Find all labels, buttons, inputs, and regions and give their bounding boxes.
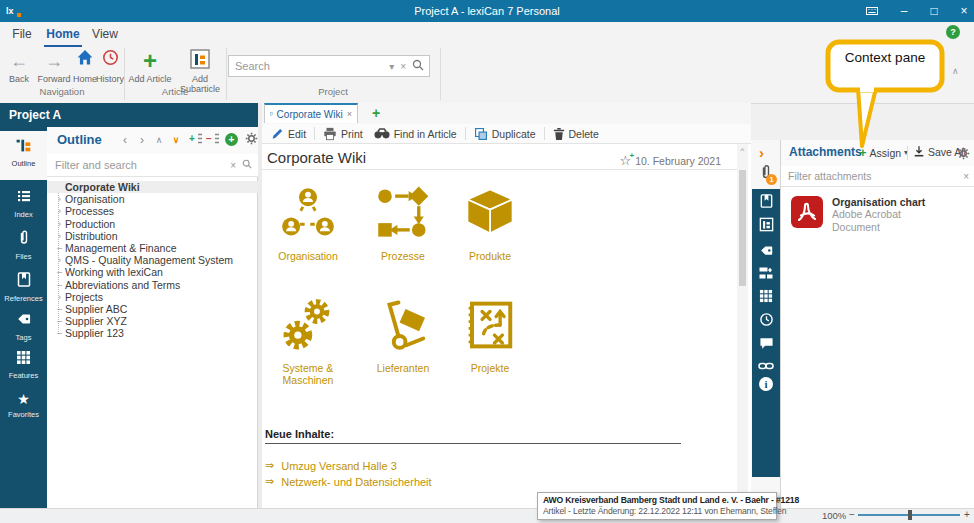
tree-item[interactable]: ›QMS - Quality Management System	[47, 254, 258, 266]
tree-item[interactable]: –Supplier XYZ	[47, 315, 258, 327]
document-tab[interactable]: Corporate Wiki ×	[264, 103, 358, 123]
tree-item[interactable]: –Management & Finance	[47, 242, 258, 254]
document-tabbar: Corporate Wiki × +	[262, 103, 751, 125]
svg-text:−: −	[206, 133, 212, 144]
tab-view[interactable]: View	[88, 24, 122, 45]
add-page-icon[interactable]: +	[225, 133, 238, 146]
svg-text:+: +	[189, 133, 195, 144]
tile-projekte[interactable]: Projekte	[444, 298, 536, 374]
rail-item-tags[interactable]: Tags	[0, 311, 47, 342]
chain-icon	[758, 360, 774, 372]
content-scrollbar[interactable]: ^	[737, 144, 748, 508]
outline-filter-input[interactable]	[47, 159, 227, 171]
rail-item-favorites[interactable]: ★ Favorites	[0, 390, 47, 419]
article-meta: ☆+ 10. February 2021	[620, 153, 721, 168]
search-dropdown-icon[interactable]: ▾	[386, 61, 397, 72]
tree-item[interactable]: ›Distribution	[47, 230, 258, 242]
rail-item-index[interactable]: Index	[0, 188, 47, 219]
tree-item[interactable]: ›Projects	[47, 291, 258, 303]
rail-item-features[interactable]: Features	[0, 350, 47, 380]
context-subarticles-item[interactable]	[752, 217, 780, 236]
tile-organisation[interactable]: Organisation	[262, 186, 354, 262]
tree-item[interactable]: ›Processes	[47, 205, 258, 217]
expand-all-icon[interactable]: +	[188, 132, 204, 148]
move-down-icon[interactable]: ∨	[168, 132, 184, 148]
tab-close-icon[interactable]: ×	[347, 109, 352, 119]
filter-search-icon[interactable]	[239, 159, 258, 171]
search-input[interactable]	[229, 60, 386, 72]
search-icon[interactable]	[409, 59, 429, 73]
tree-item[interactable]: Corporate Wiki	[47, 181, 258, 193]
tooltip-title: AWO Kreisverband Bamberg Stadt und Land …	[543, 495, 771, 505]
move-up-icon[interactable]: ∧	[151, 132, 167, 148]
favorite-star-icon[interactable]: ☆+	[620, 153, 632, 168]
scrollbar-thumb[interactable]	[739, 170, 746, 286]
attachments-filter-clear-icon[interactable]: ×	[960, 171, 974, 182]
article-toolbar: Edit Print Find in Article Duplicate Del…	[262, 124, 751, 144]
add-plus-icon: +	[126, 48, 174, 74]
zoom-out-icon[interactable]: −	[849, 509, 855, 520]
scroll-up-icon[interactable]: ^	[737, 146, 748, 155]
context-versions-item[interactable]	[752, 265, 780, 285]
home-icon	[72, 48, 98, 74]
tile-produkte[interactable]: Produkte	[444, 186, 536, 262]
nav-prev-icon[interactable]: ‹	[117, 132, 133, 148]
versions-icon	[758, 265, 774, 281]
attachment-item[interactable]: Organisation chart Adobe Acrobat Documen…	[791, 196, 925, 234]
duplicate-button[interactable]: Duplicate	[471, 127, 539, 141]
zoom-in-icon[interactable]: +	[964, 509, 970, 520]
tree-item[interactable]: ›Production	[47, 218, 258, 230]
rail-item-references[interactable]: References	[0, 271, 47, 303]
window-menu-button[interactable]	[858, 0, 886, 22]
collapse-all-icon[interactable]: −	[205, 132, 221, 148]
content-area: Corporate Wiki × + Edit Print Find in Ar…	[262, 103, 751, 508]
tree-item[interactable]: –Supplier 123	[47, 327, 258, 339]
close-button[interactable]: ×	[950, 0, 974, 22]
print-button[interactable]: Print	[320, 127, 366, 141]
outline-panel: Outline ‹ › ∧ ∨ + − + × Corporate Wi	[47, 127, 258, 508]
attachments-settings-icon[interactable]	[957, 146, 970, 164]
rail-item-files[interactable]: Files	[0, 229, 47, 261]
ribbon-collapse-icon[interactable]: ∧	[952, 66, 959, 76]
tree-item[interactable]: –Supplier ABC	[47, 303, 258, 315]
zoom-slider-thumb[interactable]	[908, 510, 912, 520]
trash-icon	[553, 127, 565, 141]
tile-lieferanten[interactable]: Lieferanten	[357, 298, 449, 374]
context-comments-item[interactable]	[752, 336, 780, 354]
index-icon	[16, 188, 32, 204]
article-link[interactable]: ⇒ Netzwerk- und Datensicherheit	[265, 475, 432, 488]
info-icon: i	[758, 376, 774, 392]
context-links-item[interactable]	[752, 358, 780, 376]
context-features-item[interactable]	[752, 289, 780, 307]
tree-item[interactable]: ›Organisation	[47, 193, 258, 205]
context-history-item[interactable]	[752, 312, 780, 331]
article-link[interactable]: ⇒ Umzug Versand Halle 3	[265, 459, 397, 472]
filter-clear-icon[interactable]: ×	[227, 160, 239, 171]
attachments-filter-input[interactable]	[781, 170, 960, 182]
help-button[interactable]: ?	[946, 25, 960, 39]
outline-settings-icon[interactable]	[243, 132, 259, 148]
tab-file[interactable]: File	[8, 24, 36, 45]
tree-item[interactable]: –Abbreviations and Terms	[47, 279, 258, 291]
tab-home[interactable]: Home	[44, 24, 82, 47]
new-tab-button[interactable]: +	[372, 105, 380, 121]
edit-button[interactable]: Edit	[268, 127, 309, 140]
minimize-button[interactable]: –	[890, 0, 918, 22]
titlebar: lx Project A - lexiCan 7 Personal – □ ×	[0, 0, 974, 22]
find-in-article-button[interactable]: Find in Article	[371, 128, 460, 140]
maximize-button[interactable]: □	[920, 0, 948, 22]
nav-next-icon[interactable]: ›	[134, 132, 150, 148]
context-references-item[interactable]	[752, 193, 780, 213]
tile-systeme-maschinen[interactable]: Systeme & Maschinen	[262, 298, 354, 386]
bookmark-icon	[759, 193, 774, 209]
context-info-item[interactable]: i	[752, 376, 780, 396]
article-tooltip: AWO Kreisverband Bamberg Stadt und Land …	[537, 492, 777, 520]
search-clear-icon[interactable]: ×	[397, 61, 409, 72]
link-arrow-icon: ⇒	[265, 475, 274, 488]
tree-item[interactable]: –Working with lexiCan	[47, 266, 258, 278]
tile-prozesse[interactable]: Prozesse	[357, 186, 449, 262]
collapse-context-icon[interactable]: ›	[759, 144, 764, 161]
delete-button[interactable]: Delete	[550, 127, 602, 141]
rail-item-outline[interactable]: Outline	[0, 131, 47, 180]
context-tags-item[interactable]	[752, 243, 780, 262]
